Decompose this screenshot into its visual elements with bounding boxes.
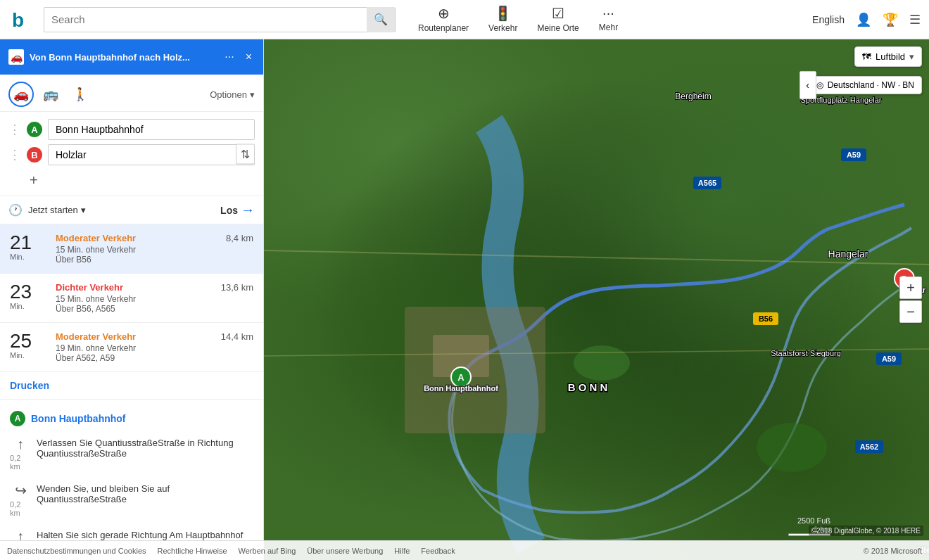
map-view-toggle[interactable]: 🗺 Luftbild ▾ [854,46,922,67]
route-mins-label-3: Min. [10,351,49,359]
map-background: A B Bonn Hauptbahnhof Holzlar Bergheim S… [264,39,929,560]
turn-step-1: ↑ 0,2 km Verlassen Sie QuantiusstraßeStr… [0,431,263,476]
menu-button[interactable]: ☰ [909,12,921,27]
search-button[interactable]: 🔍 [367,7,395,32]
start-drag-handle: ⋮ [8,122,21,137]
footer-about-ads[interactable]: Über unsere Werbung [307,547,383,555]
turn-distance-1: 0,2 km [10,454,31,471]
search-bar: 🔍 [44,7,396,32]
walk-mode-button[interactable]: 🚶 [68,82,93,107]
map-area[interactable]: A B Bonn Hauptbahnhof Holzlar Bergheim S… [264,39,929,560]
depart-arrow-icon: ▾ [81,205,86,215]
main: 🚗 Von Bonn Hauptbahnhof nach Holz... ···… [0,39,929,560]
add-stop-button[interactable]: + [30,172,38,189]
route-sub-3: 19 Min. ohne Verkehr [56,343,221,353]
svg-rect-2 [405,307,545,433]
language-button[interactable]: English [812,14,845,25]
depart-label: Jetzt starten [28,205,78,215]
nav-more[interactable]: ··· Mehr [590,2,626,37]
header-right: English 👤 🏆 ☰ [812,12,921,27]
depart-row: 🕐 Jetzt starten ▾ Los → [0,196,263,224]
svg-text:A59: A59 [882,355,896,363]
nav-routeplanner[interactable]: ⊕ Routenplaner [410,2,477,37]
options-button[interactable]: Optionen ▾ [210,89,255,100]
footer-privacy[interactable]: Datenschutzbestimmungen und Cookies [7,547,146,555]
go-button[interactable]: Los → [220,202,255,218]
transit-mode-button[interactable]: 🚌 [38,82,63,107]
ellipsis-icon: ··· [225,51,234,63]
turn-step-2: ↩ 0,2 km Wenden Sie, und bleiben Sie auf… [0,476,263,523]
svg-point-4 [574,345,630,381]
turn-icon-col-1: ↑ 0,2 km [10,436,31,471]
route-time-2: 23 Min. [10,282,49,310]
svg-text:Bonn Hauptbahnhof: Bonn Hauptbahnhof [424,384,498,393]
start-waypoint-label: Bonn Hauptbahnhof [31,413,126,424]
turn-distance-2: 0,2 km [10,500,31,517]
header: b 🔍 ⊕ Routenplaner 🚦 Verkehr ☑ Meine Ort… [0,0,929,39]
route-via-3: Über A562, A59 [56,353,221,363]
start-waypoint-marker: A [10,411,25,426]
swap-icon: ⇅ [241,148,250,160]
bing-logo[interactable]: b [8,6,37,34]
traffic-icon: 🚦 [494,5,512,22]
svg-text:Bergheim: Bergheim [675,91,711,101]
car-mode-button[interactable]: 🚗 [8,82,34,107]
map-toggle-arrow-icon: ▾ [909,51,914,62]
go-label: Los [220,205,238,216]
start-input[interactable] [48,119,255,140]
route-time-3: 25 Min. [10,331,49,359]
options-label: Optionen [210,89,247,100]
route-sub-2: 15 Min. ohne Verkehr [56,294,221,304]
svg-point-5 [757,423,827,472]
sidebar: 🚗 Von Bonn Hauptbahnhof nach Holz... ···… [0,39,264,560]
svg-text:A: A [457,372,464,383]
sidebar-header: 🚗 Von Bonn Hauptbahnhof nach Holz... ···… [0,39,263,75]
turn-icon-col-2: ↩ 0,2 km [10,482,31,517]
end-marker: B [27,147,42,163]
route-title: Von Bonn Hauptbahnhof nach Holz... [30,52,216,63]
footer-legal[interactable]: Rechtliche Hinweise [158,547,227,555]
nav-traffic[interactable]: 🚦 Verkehr [480,2,526,37]
footer-advertise[interactable]: Werben auf Bing [239,547,296,555]
route-option-1[interactable]: 21 Min. Moderater Verkehr 15 Min. ohne V… [0,224,263,274]
search-input[interactable] [44,13,367,25]
nav-myplaces[interactable]: ☑ Meine Orte [529,2,587,37]
location-icon: ◎ [816,80,823,90]
svg-rect-24 [841,148,866,161]
end-input[interactable] [48,144,255,165]
trophy-icon-button[interactable]: 🏆 [883,12,898,27]
nav-items: ⊕ Routenplaner 🚦 Verkehr ☑ Meine Orte ··… [410,2,626,37]
zoom-out-button[interactable]: − [899,300,922,323]
print-button[interactable]: Drucken [10,380,49,391]
collapse-sidebar-button[interactable]: ‹ [800,71,816,99]
turn-instruction-3: Halten Sie sich gerade Richtung Am Haupt… [31,528,253,540]
route-option-2[interactable]: 23 Min. Dichter Verkehr 15 Min. ohne Ver… [0,274,263,323]
start-marker: A [27,122,42,137]
route-distance-3: 14,4 km [221,331,253,342]
traffic-label-2: Dichter Verkehr [56,282,221,293]
turn-by-turn: A Bonn Hauptbahnhof ↑ 0,2 km Verlassen S… [0,400,263,559]
route-distance-2: 13,6 km [221,282,253,293]
footer-help[interactable]: Hilfe [394,547,410,555]
svg-line-6 [264,250,929,265]
swap-button[interactable]: ⇅ [236,144,255,164]
route-time-1: 21 Min. [10,233,49,261]
footer-feedback[interactable]: Feedback [421,547,455,555]
user-icon-button[interactable]: 👤 [856,12,871,27]
svg-rect-28 [876,352,902,365]
svg-line-7 [264,349,929,356]
route-options: 21 Min. Moderater Verkehr 15 Min. ohne V… [0,224,263,560]
depart-button[interactable]: Jetzt starten ▾ [28,205,86,215]
end-input-row: ⋮ B [8,144,255,165]
svg-text:B56: B56 [759,314,773,323]
svg-text:A562: A562 [860,443,878,451]
route-details-2: Dichter Verkehr 15 Min. ohne Verkehr Übe… [49,282,221,314]
route-option-3[interactable]: 25 Min. Moderater Verkehr 19 Min. ohne V… [0,323,263,372]
route-more-button[interactable]: ··· [222,49,236,65]
route-details-3: Moderater Verkehr 19 Min. ohne Verkehr Ü… [49,331,221,363]
svg-text:Staatsforst Siegburg: Staatsforst Siegburg [771,349,841,357]
zoom-in-button[interactable]: + [899,276,922,299]
nav-myplaces-label: Meine Orte [537,23,579,33]
start-input-row: ⋮ A [8,119,255,140]
close-button[interactable]: × [243,49,255,65]
